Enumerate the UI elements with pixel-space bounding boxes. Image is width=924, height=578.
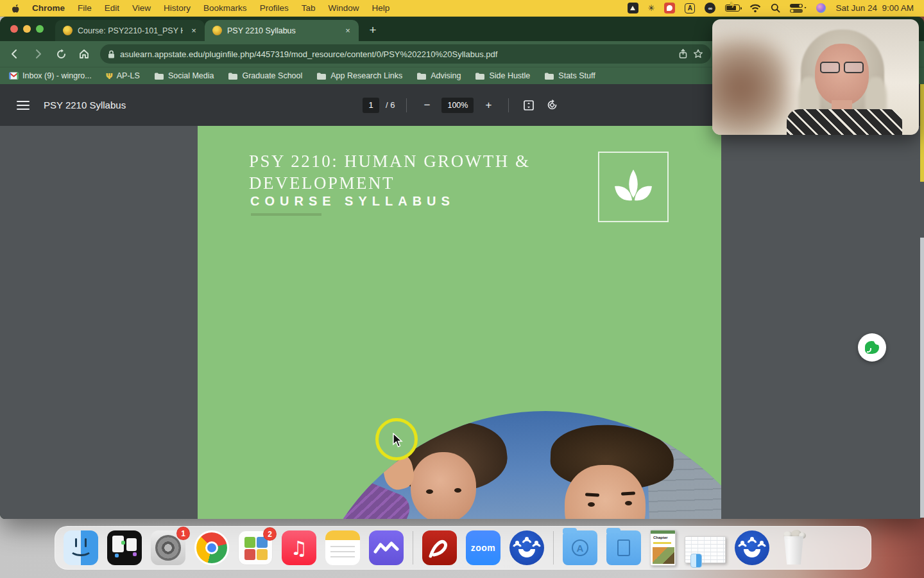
pdf-viewer-canvas[interactable]: PSY 2210: HUMAN GROWTH & DEVELOPMENT COU…: [0, 126, 924, 519]
folder-icon: [475, 72, 485, 80]
menubar-time[interactable]: 9:00 AM: [882, 3, 914, 13]
menu-history[interactable]: History: [164, 3, 191, 13]
bookmark-star-icon[interactable]: [693, 49, 703, 59]
tab-course-page[interactable]: Course: PSY2210-101_PSY HU ×: [55, 20, 205, 41]
dock-audience-app-window[interactable]: [735, 530, 769, 565]
bookmark-folder-side-hustle[interactable]: Side Hustle: [475, 71, 530, 80]
bookmark-folder-app-research-links[interactable]: App Research Links: [316, 71, 402, 80]
dock-documents-folder[interactable]: [606, 530, 641, 565]
syllabus-title: PSY 2210: HUMAN GROWTH & DEVELOPMENT: [249, 150, 531, 194]
siri-icon[interactable]: [816, 3, 826, 14]
vertical-scrollbar-thumb[interactable]: [920, 84, 924, 182]
creative-cloud-icon[interactable]: ∞: [705, 3, 715, 14]
dock-trash-icon[interactable]: [778, 530, 809, 566]
notification-badge: 2: [263, 527, 277, 541]
dock-finder-icon[interactable]: [64, 530, 98, 565]
new-tab-button[interactable]: +: [364, 21, 382, 39]
a-box-menubar-icon[interactable]: A: [685, 3, 695, 14]
battery-icon[interactable]: ϟ: [725, 3, 740, 14]
forward-button[interactable]: [28, 44, 47, 64]
macos-menu-bar: Chrome File Edit View History Bookmarks …: [0, 0, 924, 17]
asulearn-favicon: [212, 26, 222, 35]
red-hand-menubar-icon[interactable]: [664, 3, 675, 14]
webcam-video-overlay[interactable]: [712, 19, 919, 135]
folder-icon: [416, 72, 427, 80]
menu-file[interactable]: File: [78, 3, 92, 13]
tab-title: PSY 2210 Syllabus: [227, 26, 337, 35]
bookmark-folder-advising[interactable]: Advising: [416, 71, 461, 80]
spotlight-search-icon[interactable]: [771, 3, 780, 14]
zoom-out-button[interactable]: −: [418, 97, 435, 114]
wifi-icon[interactable]: [749, 3, 761, 14]
evernote-clipper-button[interactable]: [858, 333, 886, 362]
wave-glyph: [373, 540, 399, 556]
acrobat-glyph: [427, 537, 452, 559]
zoom-in-button[interactable]: +: [480, 97, 497, 114]
webcam-person-face: [815, 44, 869, 105]
dock-window-manager-icon[interactable]: [107, 530, 142, 565]
menu-help[interactable]: Help: [372, 3, 389, 13]
bookmark-label: Side Hustle: [489, 71, 530, 80]
close-tab-icon[interactable]: ×: [342, 25, 354, 37]
psi-icon: Ψ: [106, 71, 113, 81]
pdf-page-1: PSY 2210: HUMAN GROWTH & DEVELOPMENT COU…: [198, 126, 721, 519]
dock-acrobat-icon[interactable]: [422, 530, 457, 565]
control-center-icon[interactable]: [790, 3, 807, 14]
dock-divider: [553, 531, 554, 565]
fit-to-page-button[interactable]: [520, 97, 537, 114]
dock-music-icon[interactable]: ♫: [282, 530, 316, 565]
back-button[interactable]: [5, 44, 24, 64]
zoom-label: zoom: [471, 543, 496, 553]
minimize-window-button[interactable]: [23, 25, 31, 33]
page-total-label: / 6: [386, 100, 395, 110]
page-number-input[interactable]: 1: [363, 98, 379, 113]
tab-syllabus-active[interactable]: PSY 2210 Syllabus ×: [205, 20, 359, 41]
reload-button[interactable]: [51, 44, 71, 64]
menu-bookmarks[interactable]: Bookmarks: [203, 3, 247, 13]
syllabus-subtitle: COURSE SYLLABUS: [250, 194, 455, 209]
menu-chrome[interactable]: Chrome: [32, 3, 65, 13]
close-window-button[interactable]: [10, 25, 18, 33]
dock-notes-icon[interactable]: [325, 530, 360, 565]
menu-window[interactable]: Window: [328, 3, 359, 13]
fullscreen-window-button[interactable]: [36, 25, 44, 33]
zoom-level-input[interactable]: 100%: [441, 98, 474, 113]
apple-menu[interactable]: [10, 3, 19, 14]
webcam-person-shirt: [787, 109, 902, 135]
menu-profiles[interactable]: Profiles: [260, 3, 289, 13]
dock-system-settings-icon[interactable]: 1: [151, 530, 185, 565]
pdf-menu-icon[interactable]: [17, 101, 30, 110]
toolbar-divider: [508, 98, 509, 112]
close-tab-icon[interactable]: ×: [188, 25, 200, 37]
leaf-icon: [599, 153, 667, 221]
address-bar[interactable]: asulearn.appstate.edu/pluginfile.php/445…: [100, 44, 711, 64]
home-button[interactable]: [74, 44, 94, 64]
folder-icon: [316, 72, 327, 80]
bookmark-inbox[interactable]: Inbox (9) - wingro...: [9, 71, 92, 80]
share-icon[interactable]: [678, 49, 688, 59]
finder-mini-badge: [690, 554, 702, 568]
menu-edit[interactable]: Edit: [105, 3, 119, 13]
dock-minimized-spreadsheet[interactable]: [685, 536, 726, 563]
settings-menubar-icon[interactable]: ✳: [648, 3, 655, 14]
bookmark-folder-social-media[interactable]: Social Media: [154, 71, 214, 80]
bookmark-label: Advising: [431, 71, 461, 80]
dock-audience-app-icon[interactable]: [509, 530, 544, 565]
bookmark-folder-stats-stuff[interactable]: Stats Stuff: [544, 71, 595, 80]
menubar-date[interactable]: Sat Jun 24: [835, 3, 877, 13]
dock-minimized-chapter-document[interactable]: Chapter: [650, 530, 676, 566]
vertical-scrollbar-track[interactable]: [920, 238, 924, 518]
dock-color-tiles-app-icon[interactable]: 2: [238, 530, 273, 565]
dock-chrome-icon[interactable]: [194, 530, 229, 565]
dock-zoom-icon[interactable]: zoom: [466, 530, 501, 565]
dock-purple-wave-app-icon[interactable]: [369, 530, 404, 565]
dock-applications-folder[interactable]: A: [563, 530, 597, 565]
photo-child1-eye: [454, 488, 461, 493]
shortcuts-menubar-icon[interactable]: [628, 3, 638, 14]
rotate-button[interactable]: [543, 97, 560, 114]
menu-view[interactable]: View: [132, 3, 151, 13]
webcam-blurred-background: [712, 39, 789, 135]
bookmark-folder-graduate-school[interactable]: Graduate School: [228, 71, 302, 80]
menu-tab[interactable]: Tab: [302, 3, 316, 13]
bookmark-apls[interactable]: Ψ AP-LS: [106, 71, 140, 81]
